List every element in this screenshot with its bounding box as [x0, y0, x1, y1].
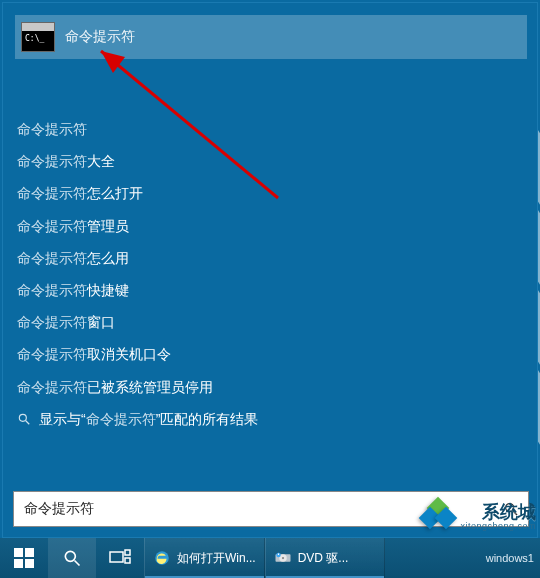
svg-point-2: [19, 414, 26, 421]
search-input[interactable]: [14, 501, 494, 517]
internet-explorer-icon: [153, 549, 171, 567]
svg-point-10: [65, 551, 75, 561]
windows-logo-icon: [14, 548, 34, 568]
svg-rect-6: [14, 548, 23, 557]
command-prompt-icon: C:\_: [21, 22, 55, 52]
taskbar-app-dvd[interactable]: DVD 驱...: [265, 538, 385, 578]
start-button[interactable]: [0, 538, 48, 578]
suggestion-item[interactable]: 命令提示符大全: [17, 145, 517, 177]
taskbar-search-button[interactable]: [48, 538, 96, 578]
dvd-drive-icon: [274, 549, 292, 567]
search-icon: [17, 412, 31, 426]
svg-rect-9: [25, 559, 34, 568]
suggestions-list: 命令提示符 命令提示符大全 命令提示符怎么打开 命令提示符管理员 命令提示符怎么…: [17, 113, 517, 435]
task-view-icon: [109, 549, 131, 567]
svg-rect-12: [110, 552, 123, 562]
svg-point-18: [282, 557, 284, 559]
taskbar-app-label: 如何打开Win...: [177, 550, 256, 567]
suggestion-item[interactable]: 命令提示符: [17, 113, 517, 145]
svg-line-3: [26, 421, 30, 425]
taskbar-app-ie[interactable]: 如何打开Win...: [144, 538, 265, 578]
best-match-item[interactable]: C:\_ 命令提示符: [15, 15, 527, 59]
taskbar-app-label: DVD 驱...: [298, 550, 349, 567]
search-box[interactable]: [13, 491, 529, 527]
suggestion-item[interactable]: 命令提示符怎么用: [17, 242, 517, 274]
suggestion-item[interactable]: 命令提示符管理员: [17, 210, 517, 242]
task-view-button[interactable]: [96, 538, 144, 578]
taskbar: 如何打开Win... DVD 驱... windows1: [0, 538, 540, 578]
search-icon: [62, 548, 82, 568]
search-icon: [503, 501, 519, 517]
suggestion-item[interactable]: 命令提示符取消关机口令: [17, 338, 517, 370]
best-match-label: 命令提示符: [65, 28, 135, 46]
svg-rect-8: [14, 559, 23, 568]
suggestion-item[interactable]: 命令提示符窗口: [17, 306, 517, 338]
search-flyout-panel: C:\_ 命令提示符 命令提示符 命令提示符大全 命令提示符怎么打开 命令提示符…: [2, 2, 538, 538]
svg-rect-13: [125, 550, 130, 555]
search-button[interactable]: [494, 492, 528, 526]
suggestion-item[interactable]: 命令提示符怎么打开: [17, 177, 517, 209]
show-all-results[interactable]: 显示与“命令提示符”匹配的所有结果: [17, 403, 517, 435]
show-all-results-label: 显示与“命令提示符”匹配的所有结果: [39, 410, 258, 428]
svg-line-5: [513, 511, 517, 515]
suggestion-item[interactable]: 命令提示符已被系统管理员停用: [17, 371, 517, 403]
svg-point-4: [506, 504, 514, 512]
taskbar-tray-text: windows1: [480, 538, 540, 578]
svg-rect-14: [125, 558, 130, 563]
svg-line-11: [75, 561, 80, 566]
suggestion-item[interactable]: 命令提示符快捷键: [17, 274, 517, 306]
svg-rect-7: [25, 548, 34, 557]
